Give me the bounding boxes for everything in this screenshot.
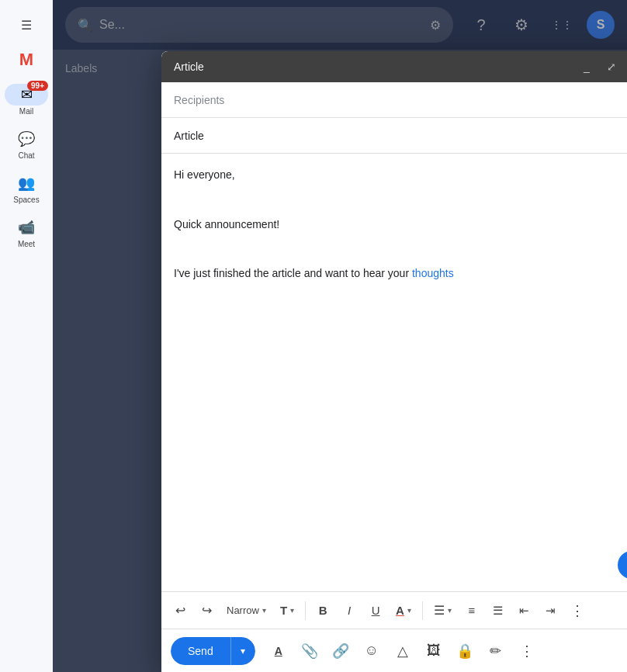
underline-icon: U (372, 604, 380, 617)
meet-label: Meet (18, 240, 35, 248)
lock-icon: 🔒 (456, 643, 473, 660)
body-line-4 (174, 240, 627, 258)
modal-controls: _ ⤢ ✕ (577, 57, 627, 76)
separator-2 (422, 601, 423, 620)
discard-button[interactable]: 🗑 (621, 637, 627, 665)
hamburger-icon: ☰ (21, 18, 32, 33)
logo-m: M (19, 50, 33, 70)
italic-button[interactable]: I (337, 597, 362, 625)
align-dropdown: ▾ (448, 606, 452, 615)
main-area: 🔍 Se... ⚙ ? ⚙ ⋮⋮ S Labels Article (53, 0, 627, 672)
attach-icon: 📎 (301, 643, 318, 660)
redo-icon: ↪ (202, 603, 212, 618)
indent-increase-icon: ⇥ (546, 604, 556, 618)
bold-button[interactable]: B (310, 597, 335, 625)
hamburger-menu[interactable]: ☰ (8, 6, 45, 43)
underline-button[interactable]: U (363, 597, 388, 625)
spaces-label: Spaces (13, 196, 39, 204)
confidential-mode-button[interactable]: 🔒 (451, 637, 479, 665)
insert-drive-button[interactable]: △ (389, 637, 417, 665)
email-body[interactable]: Hi everyone, Quick announcement! I've ju… (161, 154, 627, 591)
body-text-before: I've just finished the article and want … (174, 267, 412, 279)
chat-icon-circle: 💬 (5, 128, 48, 150)
mail-badge: 99+ (27, 81, 48, 91)
emoji-icon: ☺ (365, 643, 379, 659)
text-color-button[interactable]: A ▾ (390, 597, 417, 625)
signature-icon: ✏ (490, 643, 501, 660)
sidebar: ☰ M ✉ 99+ Mail 💬 Chat 👥 (0, 0, 53, 672)
chat-label: Chat (18, 151, 34, 160)
more-formatting-icon: ⋮ (570, 602, 584, 619)
body-line-2 (174, 191, 627, 210)
indent-decrease-icon: ⇤ (519, 604, 529, 618)
body-line-3: Quick announcement! (174, 216, 627, 234)
send-button[interactable]: Send (171, 637, 230, 665)
spaces-icon-circle: 👥 (5, 172, 48, 194)
formatting-toolbar: ↩ ↪ Narrow ▾ T ▾ B I (161, 591, 627, 629)
insert-emoji-button[interactable]: ☺ (358, 637, 386, 665)
body-line-5: I've just finished the article and want … (174, 265, 627, 283)
text-color-icon: A (396, 604, 404, 617)
font-size-icon: T (280, 604, 287, 617)
undo-button[interactable]: ↩ (168, 597, 192, 625)
font-size-selector[interactable]: T ▾ (274, 597, 300, 625)
send-dropdown-icon: ▾ (241, 646, 245, 656)
modal-header: Article _ ⤢ ✕ (161, 51, 627, 82)
signature-button[interactable]: ✏ (482, 637, 510, 665)
attach-file-button[interactable]: 📎 (296, 637, 324, 665)
body-line-1: Hi everyone, (174, 166, 627, 185)
more-formatting-button[interactable]: ⋮ (565, 597, 590, 625)
unordered-list-button[interactable]: ☰ (486, 597, 511, 625)
send-button-container: Send ▾ (171, 637, 255, 665)
align-icon: ☰ (434, 603, 445, 618)
body-link-thoughts[interactable]: thoughts (412, 267, 454, 279)
format-text-icon: A (275, 645, 282, 657)
sidebar-item-mail[interactable]: ✉ 99+ Mail (0, 79, 53, 120)
bold-icon: B (319, 604, 327, 617)
unordered-list-icon: ☰ (493, 604, 503, 618)
indent-increase-button[interactable]: ⇥ (539, 597, 563, 625)
send-dropdown-button[interactable]: ▾ (230, 637, 255, 665)
font-size-dropdown-arrow: ▾ (290, 606, 294, 615)
drive-icon: △ (397, 643, 408, 660)
format-text-button[interactable]: A (265, 637, 293, 665)
modal-title: Article (174, 61, 577, 73)
meet-icon: 📹 (18, 219, 35, 236)
insert-link-button[interactable]: 🔗 (327, 637, 355, 665)
font-name: Narrow (227, 604, 259, 616)
recipients-input[interactable] (174, 94, 627, 106)
sidebar-item-chat[interactable]: 💬 Chat (0, 123, 53, 165)
redo-button[interactable]: ↪ (194, 597, 219, 625)
more-options-button[interactable]: ⋮ (513, 637, 541, 665)
italic-icon: I (348, 604, 351, 617)
mail-label: Mail (19, 107, 33, 116)
separator-1 (305, 601, 306, 620)
meet-icon-circle: 📹 (5, 216, 48, 238)
undo-icon: ↩ (175, 603, 185, 618)
insert-photo-button[interactable]: 🖼 (420, 637, 448, 665)
subject-field[interactable] (161, 118, 627, 154)
minimize-button[interactable]: _ (577, 57, 596, 76)
expand-button[interactable]: ⤢ (602, 57, 621, 76)
font-dropdown-arrow: ▾ (262, 606, 266, 615)
indent-decrease-button[interactable]: ⇤ (512, 597, 537, 625)
gmail-logo: M (19, 50, 33, 70)
align-button[interactable]: ☰ ▾ (428, 597, 458, 625)
gmail-background: ☰ M ✉ 99+ Mail 💬 Chat 👥 (0, 0, 627, 672)
ordered-list-button[interactable]: ≡ (459, 597, 484, 625)
compose-avatar: G (618, 551, 627, 579)
sidebar-item-meet[interactable]: 📹 Meet (0, 212, 53, 253)
font-selector[interactable]: Narrow ▾ (220, 597, 272, 625)
more-options-icon: ⋮ (520, 643, 534, 660)
chat-icon: 💬 (18, 130, 35, 147)
action-bar: Send ▾ A 📎 🔗 ☺ △ (161, 629, 627, 672)
minimize-icon: _ (584, 61, 590, 73)
ordered-list-icon: ≡ (469, 604, 476, 617)
recipients-field[interactable] (161, 82, 627, 118)
sidebar-item-spaces[interactable]: 👥 Spaces (0, 168, 53, 209)
photo-icon: 🖼 (427, 643, 441, 659)
expand-icon: ⤢ (607, 61, 616, 73)
spaces-icon: 👥 (18, 175, 35, 192)
subject-input[interactable] (174, 130, 627, 142)
link-icon: 🔗 (332, 643, 349, 660)
